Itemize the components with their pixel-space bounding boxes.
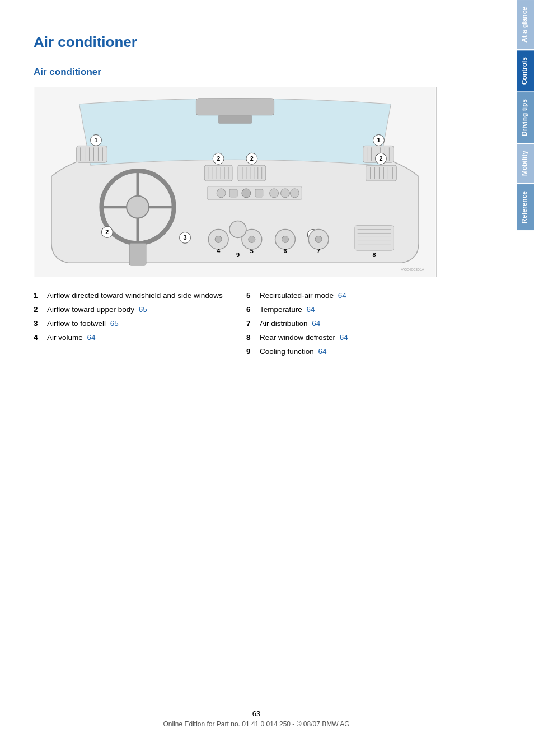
- svg-text:VKC40030JA: VKC40030JA: [401, 268, 424, 272]
- item-num-7: 7: [246, 319, 260, 329]
- svg-rect-62: [255, 189, 263, 197]
- main-content: Air conditioner Air conditioner 1: [0, 0, 513, 382]
- item-link-3[interactable]: 65: [110, 319, 119, 328]
- svg-text:1: 1: [377, 137, 380, 143]
- item-text-6: Temperature 64: [260, 305, 437, 315]
- svg-rect-38: [238, 165, 266, 181]
- svg-point-77: [282, 236, 289, 242]
- list-item-4: 4 Air volume 64: [34, 333, 224, 343]
- list-item-9: 9 Cooling function 64: [246, 347, 437, 357]
- svg-text:2: 2: [105, 228, 109, 235]
- svg-point-65: [290, 189, 299, 198]
- list-item-2: 2 Airflow toward upper body 65: [34, 305, 224, 315]
- item-link-9[interactable]: 64: [318, 347, 327, 356]
- item-text-4: Air volume 64: [47, 333, 224, 343]
- item-link-5[interactable]: 64: [338, 291, 346, 300]
- page-title: Air conditioner: [34, 34, 485, 51]
- item-num-6: 6: [246, 305, 260, 315]
- item-text-5: Recirculated-air mode 64: [260, 291, 437, 301]
- item-link-2[interactable]: 65: [139, 305, 147, 314]
- car-diagram: 1 1 2: [34, 87, 437, 277]
- footer: 63 Online Edition for Part no. 01 41 0 0…: [0, 710, 513, 728]
- svg-text:5: 5: [250, 248, 254, 254]
- item-text-8: Rear window defroster 64: [260, 333, 437, 343]
- item-link-6[interactable]: 64: [307, 305, 315, 314]
- list-item-6: 6 Temperature 64: [246, 305, 437, 315]
- list-item-5: 5 Recirculated-air mode 64: [246, 291, 437, 301]
- svg-point-61: [242, 189, 251, 198]
- sidebar-tab-at-a-glance[interactable]: At a glance: [517, 0, 534, 49]
- svg-text:9: 9: [236, 251, 240, 258]
- svg-text:3: 3: [183, 234, 186, 241]
- sidebar: At a glance Controls Driving tips Mobili…: [513, 0, 534, 756]
- list-item-1: 1 Airflow directed toward windshield and…: [34, 291, 224, 301]
- footer-text: Online Edition for Part no. 01 41 0 014 …: [0, 720, 513, 728]
- svg-rect-28: [129, 243, 146, 265]
- item-text-9: Cooling function 64: [260, 347, 437, 357]
- svg-text:2: 2: [379, 155, 382, 162]
- diagram-svg: 1 1 2: [34, 87, 436, 277]
- item-text-7: Air distribution 64: [260, 319, 437, 329]
- item-text-3: Airflow to footwell 65: [47, 319, 224, 329]
- svg-point-64: [281, 189, 290, 198]
- svg-point-23: [127, 196, 149, 218]
- sidebar-tab-reference[interactable]: Reference: [517, 184, 534, 230]
- item-link-8[interactable]: 64: [340, 333, 348, 342]
- svg-point-80: [315, 236, 322, 242]
- svg-rect-60: [229, 189, 237, 197]
- svg-point-89: [229, 221, 246, 238]
- svg-point-63: [270, 189, 279, 198]
- item-link-7[interactable]: 64: [312, 319, 320, 328]
- sidebar-tab-mobility[interactable]: Mobility: [517, 144, 534, 183]
- section-title: Air conditioner: [34, 67, 485, 78]
- item-text-1: Airflow directed toward windshield and s…: [47, 291, 224, 301]
- svg-text:2: 2: [250, 155, 254, 162]
- item-num-9: 9: [246, 347, 260, 357]
- item-text-2: Airflow toward upper body 65: [47, 305, 224, 315]
- items-right-column: 5 Recirculated-air mode 64 6 Temperature…: [246, 291, 437, 360]
- page-number: 63: [0, 710, 513, 718]
- list-item-7: 7 Air distribution 64: [246, 319, 437, 329]
- item-num-1: 1: [34, 291, 47, 301]
- item-num-4: 4: [34, 333, 47, 343]
- svg-point-71: [215, 236, 222, 242]
- svg-rect-1: [196, 99, 274, 115]
- item-num-2: 2: [34, 305, 47, 315]
- svg-text:8: 8: [372, 251, 376, 258]
- item-num-8: 8: [246, 333, 260, 343]
- sidebar-tab-controls[interactable]: Controls: [517, 50, 534, 91]
- svg-point-59: [217, 189, 226, 198]
- svg-text:2: 2: [217, 155, 220, 162]
- svg-text:6: 6: [283, 248, 287, 254]
- items-left-column: 1 Airflow directed toward windshield and…: [34, 291, 224, 360]
- svg-rect-2: [218, 115, 252, 124]
- item-num-5: 5: [246, 291, 260, 301]
- items-grid: 1 Airflow directed toward windshield and…: [34, 291, 437, 360]
- svg-point-74: [249, 236, 255, 242]
- sidebar-tab-driving-tips[interactable]: Driving tips: [517, 92, 534, 143]
- item-num-3: 3: [34, 319, 47, 329]
- svg-rect-31: [204, 165, 232, 181]
- list-item-3: 3 Airflow to footwell 65: [34, 319, 224, 329]
- svg-text:7: 7: [317, 248, 320, 254]
- svg-text:1: 1: [94, 137, 97, 143]
- list-item-8: 8 Rear window defroster 64: [246, 333, 437, 343]
- svg-text:4: 4: [217, 248, 221, 254]
- item-link-4[interactable]: 64: [87, 333, 96, 342]
